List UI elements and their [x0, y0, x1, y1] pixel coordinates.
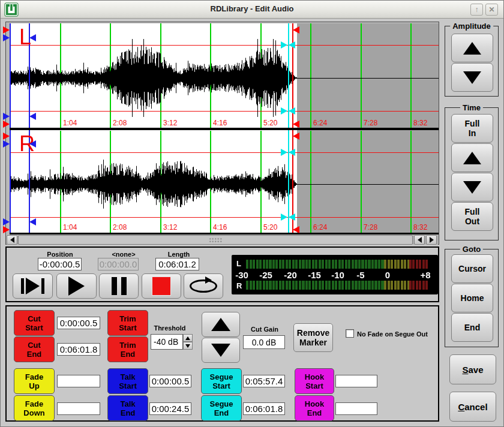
- threshold-down-button[interactable]: [183, 342, 193, 350]
- goto-home-button[interactable]: Home: [451, 284, 493, 312]
- meter-segments: [384, 281, 409, 290]
- amplitude-down-button[interactable]: [451, 63, 493, 92]
- segue-start-marker[interactable]: [289, 107, 295, 115]
- play-button[interactable]: [56, 273, 97, 299]
- talk-start-marker[interactable]: [3, 34, 10, 41]
- time-label: 6:24: [313, 223, 327, 231]
- cut-end-marker[interactable]: [293, 226, 299, 233]
- meter-right-label: R: [236, 281, 242, 290]
- talk-end-marker[interactable]: [29, 34, 36, 41]
- amplitude-up-button[interactable]: [451, 34, 493, 62]
- no-fade-checkbox[interactable]: [346, 329, 354, 338]
- meter-scale-label: -30: [235, 270, 248, 280]
- stop-button[interactable]: [142, 273, 181, 299]
- hook-start-button[interactable]: Hook Start: [295, 368, 334, 394]
- time-label: 6:24: [313, 119, 327, 127]
- close-window-button[interactable]: ✕: [485, 4, 498, 16]
- scroll-left-icon: [10, 237, 14, 243]
- pause-button[interactable]: [99, 273, 139, 299]
- cut-start-marker[interactable]: [3, 133, 10, 140]
- cut-end-marker[interactable]: [293, 121, 299, 128]
- cut-end-field: 0:06:01.8: [57, 343, 100, 356]
- segue-start-button[interactable]: Segue Start: [201, 368, 242, 394]
- loop-icon: [190, 279, 217, 293]
- waveform-scrollbar[interactable]: [7, 235, 438, 245]
- remove-marker-button[interactable]: Remove Marker: [293, 323, 333, 352]
- cut-start-button[interactable]: Cut Start: [14, 310, 55, 336]
- cut-start-marker[interactable]: [3, 26, 10, 34]
- scroll-step-right-button[interactable]: [426, 235, 437, 245]
- hook-end-button[interactable]: Hook End: [295, 395, 334, 421]
- talk-start-marker[interactable]: [3, 140, 10, 148]
- time-gridline: [361, 23, 362, 128]
- talk-start-marker[interactable]: [3, 218, 10, 225]
- talk-start-button[interactable]: Talk Start: [107, 368, 148, 394]
- scroll-step-left-button[interactable]: [414, 235, 425, 245]
- close-icon: ✕: [488, 5, 494, 14]
- spin-up-icon: [185, 336, 190, 340]
- scroll-left-button[interactable]: [7, 235, 17, 245]
- threshold-spinbox[interactable]: -40 dB: [151, 334, 193, 350]
- cut-end-marker[interactable]: [293, 133, 299, 140]
- fade-down-button[interactable]: Fade Down: [14, 395, 55, 421]
- segue-start-marker[interactable]: [289, 41, 295, 49]
- meter-scale-label: +8: [420, 270, 430, 280]
- time-zoom-out-button[interactable]: [451, 173, 493, 202]
- cut-start-marker[interactable]: [3, 226, 10, 233]
- loop-button[interactable]: [184, 273, 223, 299]
- time-zoom-in-button[interactable]: [451, 143, 493, 172]
- waveform-display[interactable]: 1:041:042:082:083:123:124:164:165:205:20…: [5, 22, 439, 245]
- meter-left-label: L: [236, 259, 241, 268]
- threshold-label: Threshold: [148, 324, 191, 332]
- segue-start-marker[interactable]: [281, 149, 287, 156]
- gain-up-button[interactable]: [202, 312, 240, 337]
- cut-end-button[interactable]: Cut End: [14, 336, 55, 362]
- gain-down-button[interactable]: [202, 338, 240, 363]
- goto-group-label: Goto: [460, 245, 483, 254]
- save-button[interactable]: Save: [449, 354, 496, 384]
- segue-end-button[interactable]: Segue End: [201, 395, 242, 421]
- talk-end-button[interactable]: Talk End: [107, 395, 148, 421]
- cut-start-marker[interactable]: [3, 121, 10, 128]
- cut-start-field: 0:00:00.5: [57, 317, 100, 329]
- play-from-start-icon: [21, 278, 24, 294]
- segue-start-marker[interactable]: [281, 214, 287, 221]
- time-full-in-button[interactable]: Full In: [451, 114, 493, 143]
- segue-start-marker[interactable]: [281, 107, 287, 115]
- threshold-up-button[interactable]: [183, 334, 193, 342]
- segue-start-field: 0:05:57.4: [243, 375, 285, 387]
- segue-start-marker[interactable]: [281, 41, 287, 49]
- scrollbar-grip: [209, 237, 222, 243]
- scroll-left-icon: [418, 237, 422, 243]
- scrollbar-thumb[interactable]: [18, 235, 413, 245]
- edit-markers-panel: Cut Start 0:00:00.5 Cut End 0:06:01.8 Tr…: [5, 305, 439, 422]
- title-bar[interactable]: RDLibrary - Edit Audio ↑ ✕: [1, 1, 503, 19]
- goto-end-button[interactable]: End: [451, 313, 493, 342]
- goto-cursor-button[interactable]: Cursor: [451, 254, 493, 283]
- shade-window-button[interactable]: ↑: [470, 4, 483, 16]
- time-label: 8:32: [413, 119, 427, 127]
- trim-start-button[interactable]: Trim Start: [107, 310, 148, 336]
- talk-end-marker[interactable]: [29, 218, 36, 225]
- position-field: -0:00:00.5: [38, 258, 82, 270]
- fade-up-button[interactable]: Fade Up: [14, 368, 55, 394]
- shade-icon: ↑: [475, 5, 479, 14]
- talk-start-marker[interactable]: [3, 113, 10, 120]
- meter-scale-label: -25: [259, 270, 272, 280]
- talk-end-marker[interactable]: [29, 140, 36, 148]
- play-from-start-button[interactable]: [13, 273, 53, 299]
- segue-start-marker[interactable]: [289, 214, 295, 221]
- goto-group: Goto Cursor Home End: [445, 249, 499, 347]
- trim-end-button[interactable]: Trim End: [107, 336, 148, 362]
- segue-start-marker[interactable]: [289, 149, 295, 156]
- cut-end-marker[interactable]: [293, 26, 299, 34]
- talk-end-marker[interactable]: [29, 113, 36, 120]
- time-group: Time Full In Full Out: [445, 107, 499, 240]
- time-full-out-button[interactable]: Full Out: [451, 202, 493, 231]
- pause-icon: [112, 277, 117, 295]
- down-arrow-icon: [463, 71, 481, 84]
- meter-segments: [246, 281, 384, 290]
- threshold-value[interactable]: -40 dB: [151, 334, 183, 350]
- cancel-button[interactable]: Cancel: [449, 392, 496, 422]
- transport-panel: Position -0:00:00.5 <none> 0:00:00.0 Len…: [5, 246, 439, 302]
